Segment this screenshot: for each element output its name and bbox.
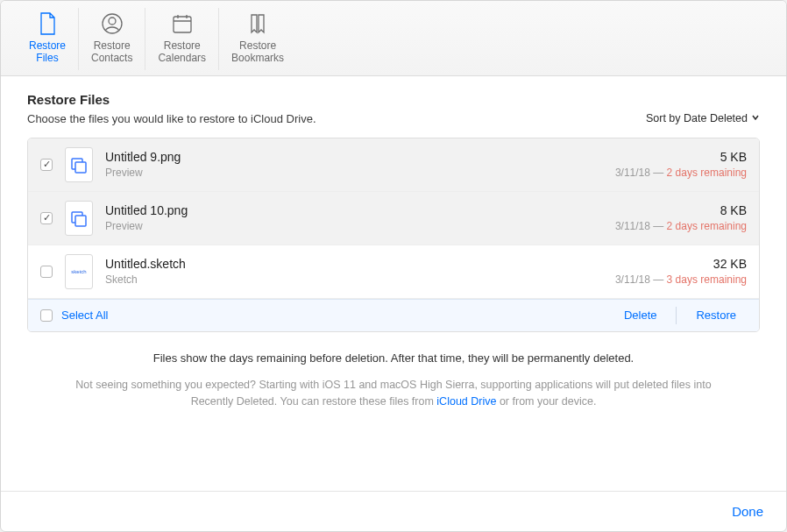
- file-remaining: 2 days remaining: [667, 220, 747, 232]
- file-remaining: 2 days remaining: [667, 167, 747, 179]
- preview-file-icon: [65, 147, 93, 182]
- file-name: Untitled.sketch: [105, 257, 603, 271]
- contact-icon: [100, 11, 124, 36]
- chevron-down-icon: [751, 112, 760, 124]
- file-icon: [35, 11, 60, 36]
- sort-label: Sort by Date Deleted: [646, 112, 748, 124]
- icloud-drive-link[interactable]: iCloud Drive: [436, 395, 496, 408]
- file-name: Untitled 9.png: [105, 150, 603, 164]
- file-info: Untitled.sketchSketch: [105, 257, 603, 286]
- tab-restore-files[interactable]: RestoreFiles: [17, 8, 79, 70]
- restore-files-dialog: RestoreFiles RestoreContacts RestoreCale…: [0, 0, 787, 532]
- file-checkbox[interactable]: [40, 266, 53, 278]
- file-size: 32 KB: [615, 257, 747, 271]
- file-remaining: 3 days remaining: [667, 273, 747, 286]
- tab-label: RestoreBookmarks: [231, 39, 284, 65]
- delete-button[interactable]: Delete: [613, 309, 668, 322]
- tab-label: RestoreCalendars: [158, 39, 206, 65]
- bookmark-icon: [245, 11, 270, 36]
- separator: —: [650, 220, 667, 232]
- page-title: Restore Files: [27, 92, 760, 107]
- file-size: 8 KB: [615, 203, 747, 217]
- file-date: 3/11/18 — 2 days remaining: [615, 220, 747, 232]
- file-row[interactable]: Untitled 10.pngPreview8 KB3/11/18 — 2 da…: [28, 192, 759, 245]
- restore-button[interactable]: Restore: [685, 309, 747, 322]
- file-app: Sketch: [105, 273, 603, 286]
- file-list-scroll[interactable]: Untitled 9.pngPreview5 KB3/11/18 — 2 day…: [28, 138, 759, 299]
- separator: —: [650, 167, 667, 179]
- info-secondary: Not seeing something you expected? Start…: [27, 377, 760, 410]
- file-list: Untitled 9.pngPreview5 KB3/11/18 — 2 day…: [27, 138, 760, 332]
- file-size: 5 KB: [615, 150, 747, 164]
- file-date-value: 3/11/18: [615, 220, 650, 232]
- content-area: Restore Files Choose the files you would…: [1, 76, 786, 491]
- bottom-bar: Done: [1, 491, 786, 531]
- separator: [676, 307, 677, 324]
- file-info: Untitled 10.pngPreview: [105, 203, 603, 232]
- list-footer: Select All Delete Restore: [28, 299, 759, 331]
- preview-file-icon: [65, 201, 93, 236]
- file-meta: 5 KB3/11/18 — 2 days remaining: [615, 150, 747, 179]
- file-meta: 32 KB3/11/18 — 3 days remaining: [615, 257, 747, 286]
- sort-dropdown[interactable]: Sort by Date Deleted: [646, 112, 760, 124]
- separator: —: [650, 273, 667, 286]
- file-date: 3/11/18 — 3 days remaining: [615, 273, 747, 286]
- file-date-value: 3/11/18: [615, 167, 650, 179]
- file-date-value: 3/11/18: [615, 273, 650, 286]
- tab-restore-calendars[interactable]: RestoreCalendars: [145, 8, 219, 70]
- info-secondary-b: or from your device.: [496, 395, 596, 408]
- file-meta: 8 KB3/11/18 — 2 days remaining: [615, 203, 747, 232]
- file-checkbox[interactable]: [40, 212, 53, 224]
- done-button[interactable]: Done: [732, 504, 763, 519]
- file-name: Untitled 10.png: [105, 203, 603, 217]
- file-checkbox[interactable]: [40, 159, 53, 171]
- tab-restore-contacts[interactable]: RestoreContacts: [79, 8, 145, 70]
- file-app: Preview: [105, 220, 603, 232]
- page-subtitle: Choose the files you would like to resto…: [27, 112, 316, 125]
- file-row[interactable]: sketchUntitled.sketchSketch32 KB3/11/18 …: [28, 245, 759, 299]
- file-row[interactable]: Untitled 9.pngPreview5 KB3/11/18 — 2 day…: [28, 138, 759, 192]
- svg-rect-6: [75, 216, 86, 226]
- tab-label: RestoreFiles: [29, 39, 66, 65]
- tab-restore-bookmarks[interactable]: RestoreBookmarks: [219, 8, 296, 70]
- info-text: Files show the days remaining before del…: [27, 351, 760, 365]
- info-secondary-a: Not seeing something you expected? Start…: [75, 379, 711, 408]
- sketch-file-icon: sketch: [65, 254, 93, 289]
- calendar-icon: [170, 11, 195, 36]
- svg-rect-4: [75, 162, 86, 173]
- toolbar: RestoreFiles RestoreContacts RestoreCale…: [1, 1, 786, 76]
- file-info: Untitled 9.pngPreview: [105, 150, 603, 179]
- select-all-checkbox[interactable]: [40, 309, 53, 322]
- file-date: 3/11/18 — 2 days remaining: [615, 167, 747, 179]
- tab-label: RestoreContacts: [91, 39, 132, 65]
- select-all-button[interactable]: Select All: [61, 309, 108, 322]
- svg-point-1: [109, 18, 116, 25]
- file-app: Preview: [105, 167, 603, 179]
